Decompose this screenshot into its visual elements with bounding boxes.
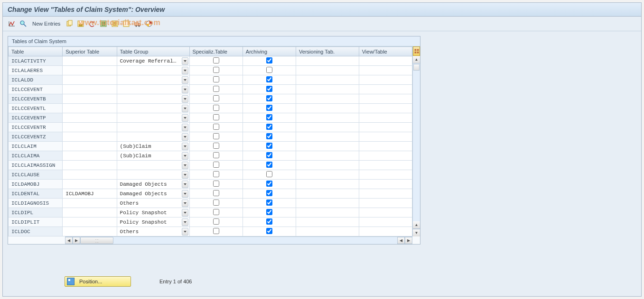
cell-group[interactable]: Coverage Referral… <box>117 56 189 66</box>
cell-group[interactable] <box>117 94 189 104</box>
cell-versioning[interactable] <box>296 189 359 199</box>
cell-specializ[interactable] <box>189 189 243 199</box>
cell-versioning[interactable] <box>296 180 359 189</box>
scroll-line-up-icon[interactable]: ▲ <box>413 221 420 229</box>
copy-icon[interactable] <box>65 19 74 28</box>
cell-superior[interactable] <box>63 85 117 94</box>
table-row[interactable]: ICLDOCOthers <box>9 227 412 236</box>
archiving-checkbox[interactable] <box>266 57 272 63</box>
table-row[interactable]: ICLCCEVENTB <box>9 94 412 104</box>
cell-specializ[interactable] <box>189 113 243 123</box>
col-header-archiving[interactable]: Archiving <box>243 47 296 56</box>
scroll-track[interactable] <box>413 71 420 221</box>
table-row[interactable]: ICLDIAGNOSISOthers <box>9 199 412 208</box>
cell-table[interactable]: ICLCCEVENTB <box>9 94 63 104</box>
cell-table[interactable]: ICLDIPL <box>9 208 63 217</box>
cell-view[interactable] <box>359 66 412 75</box>
archiving-checkbox[interactable] <box>266 133 272 139</box>
save-icon[interactable] <box>76 19 85 28</box>
cell-archiving[interactable] <box>243 66 296 75</box>
table-row[interactable]: ICLDIPLPolicy Snapshot <box>9 208 412 217</box>
cell-table[interactable]: ICLACTIVITY <box>9 56 63 66</box>
chevron-down-icon[interactable] <box>182 86 188 93</box>
chevron-down-icon[interactable] <box>182 67 188 74</box>
cell-archiving[interactable] <box>243 217 296 227</box>
cell-table[interactable]: ICLCCEVENTL <box>9 104 63 113</box>
chevron-down-icon[interactable] <box>182 162 188 169</box>
table-row[interactable]: ICLCCEVENTP <box>9 113 412 123</box>
archiving-checkbox[interactable] <box>266 190 272 196</box>
cell-versioning[interactable] <box>296 85 359 94</box>
cell-archiving[interactable] <box>243 94 296 104</box>
cell-view[interactable] <box>359 180 412 189</box>
cell-table[interactable]: ICLCCEVENTP <box>9 113 63 123</box>
vertical-scrollbar[interactable]: ▲ ▲ ▼ <box>412 46 420 236</box>
cell-archiving[interactable] <box>243 227 296 236</box>
undo-icon[interactable] <box>88 19 96 28</box>
cell-group[interactable] <box>117 113 189 123</box>
cell-superior[interactable] <box>63 142 117 151</box>
chevron-down-icon[interactable] <box>182 171 188 179</box>
cell-view[interactable] <box>359 142 412 151</box>
cell-versioning[interactable] <box>296 170 359 180</box>
cell-view[interactable] <box>359 75 412 85</box>
col-header-group[interactable]: Table Group <box>117 47 189 56</box>
cell-superior[interactable] <box>63 66 117 75</box>
cell-versioning[interactable] <box>296 217 359 227</box>
cell-table[interactable]: ICLALAERES <box>9 66 63 75</box>
cell-group[interactable] <box>117 132 189 142</box>
cell-versioning[interactable] <box>296 113 359 123</box>
specializ-checkbox[interactable] <box>213 114 219 120</box>
cell-versioning[interactable] <box>296 66 359 75</box>
chevron-down-icon[interactable] <box>182 143 188 150</box>
specializ-checkbox[interactable] <box>213 95 219 101</box>
cell-group[interactable] <box>117 66 189 75</box>
specializ-checkbox[interactable] <box>213 86 219 92</box>
cell-view[interactable] <box>359 151 412 161</box>
chevron-down-icon[interactable] <box>182 124 188 131</box>
chevron-down-icon[interactable] <box>182 152 188 160</box>
cell-group[interactable]: Others <box>117 199 189 208</box>
hscroll-thumb[interactable] <box>80 237 113 244</box>
cell-table[interactable]: ICLCCEVENT <box>9 85 63 94</box>
deselect-all-icon[interactable] <box>122 19 131 28</box>
cell-specializ[interactable] <box>189 199 243 208</box>
cell-archiving[interactable] <box>243 75 296 85</box>
cell-superior[interactable] <box>63 208 117 217</box>
table-row[interactable]: ICLCCEVENT <box>9 85 412 94</box>
specializ-checkbox[interactable] <box>213 190 219 196</box>
cell-table[interactable]: ICLDENTAL <box>9 189 63 199</box>
scroll-left2-icon[interactable]: ▶ <box>73 237 80 244</box>
cell-archiving[interactable] <box>243 85 296 94</box>
cell-specializ[interactable] <box>189 208 243 217</box>
cell-versioning[interactable] <box>296 208 359 217</box>
cell-view[interactable] <box>359 217 412 227</box>
specializ-checkbox[interactable] <box>213 143 219 149</box>
cell-specializ[interactable] <box>189 151 243 161</box>
select-all-icon[interactable] <box>99 19 108 28</box>
find-icon[interactable] <box>19 19 28 28</box>
cell-table[interactable]: ICLALDD <box>9 75 63 85</box>
table-row[interactable]: ICLALDD <box>9 75 412 85</box>
specializ-checkbox[interactable] <box>213 209 219 215</box>
archiving-checkbox[interactable] <box>266 76 272 82</box>
chevron-down-icon[interactable] <box>182 57 188 65</box>
cell-group[interactable] <box>117 104 189 113</box>
scroll-right2-icon[interactable]: ▶ <box>405 237 412 244</box>
cell-view[interactable] <box>359 123 412 132</box>
specializ-checkbox[interactable] <box>213 218 219 225</box>
cell-versioning[interactable] <box>296 104 359 113</box>
specializ-checkbox[interactable] <box>213 124 219 130</box>
scroll-right-icon[interactable]: ◀ <box>397 237 405 244</box>
cell-table[interactable]: ICLDOC <box>9 227 63 236</box>
specializ-checkbox[interactable] <box>213 199 219 206</box>
col-header-superior[interactable]: Superior Table <box>63 47 117 56</box>
cell-superior[interactable] <box>63 227 117 236</box>
archiving-checkbox[interactable] <box>266 181 272 187</box>
cell-versioning[interactable] <box>296 227 359 236</box>
cell-versioning[interactable] <box>296 56 359 66</box>
scroll-up-icon[interactable]: ▲ <box>413 56 420 63</box>
cell-archiving[interactable] <box>243 199 296 208</box>
cell-table[interactable]: ICLDIAGNOSIS <box>9 199 63 208</box>
cell-table[interactable]: ICLCLAIMASSIGN <box>9 161 63 170</box>
